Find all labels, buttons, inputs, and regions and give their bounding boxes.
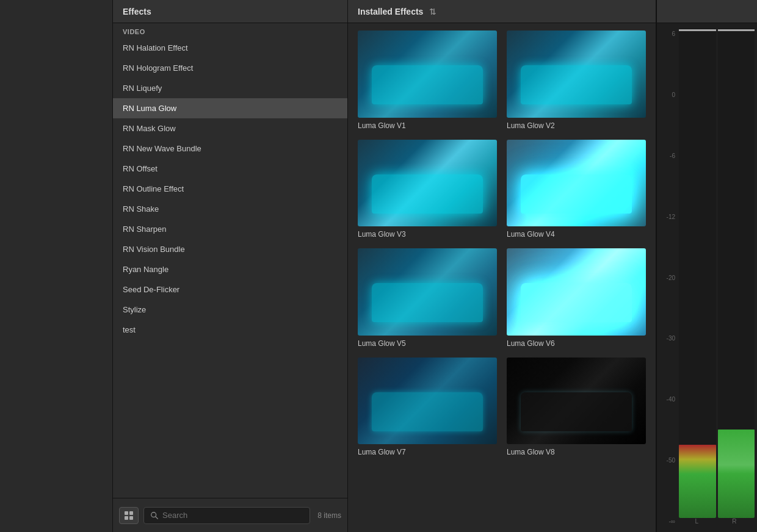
meter-labels: 60-6-12-20-30-40-50-∞ — [659, 28, 678, 527]
effect-card-v5[interactable]: Luma Glow V5 — [358, 248, 497, 348]
effect-card-v8[interactable]: Luma Glow V8 — [507, 358, 646, 457]
installed-panel: Installed Effects ⇅ Luma Glow V1Luma Glo… — [348, 0, 656, 532]
effect-card-v4[interactable]: Luma Glow V4 — [507, 140, 646, 239]
car-shape-v3 — [372, 174, 483, 214]
effects-item-seed-deflicker[interactable]: Seed De-Flicker — [113, 279, 347, 300]
effect-card-v3[interactable]: Luma Glow V3 — [358, 140, 497, 239]
car-shape-v6 — [521, 283, 632, 322]
installed-title: Installed Effects — [358, 7, 423, 16]
effects-item-luma-glow[interactable]: RN Luma Glow — [113, 98, 347, 118]
effect-label-v8: Luma Glow V8 — [507, 448, 646, 456]
sort-icon[interactable]: ⇅ — [428, 7, 438, 16]
effects-item-test[interactable]: test — [113, 320, 347, 340]
svg-line-1 — [156, 516, 158, 519]
effects-item-hologram[interactable]: RN Hologram Effect — [113, 58, 347, 78]
effect-label-v5: Luma Glow V5 — [358, 339, 497, 348]
meter-label-0: 0 — [659, 92, 678, 98]
effect-label-v3: Luma Glow V3 — [358, 230, 497, 239]
effects-header: Effects — [113, 0, 347, 23]
car-shape-v5 — [372, 283, 483, 322]
effect-card-v7[interactable]: Luma Glow V7 — [358, 358, 497, 457]
left-timeline-panel — [0, 0, 113, 532]
car-shape-v7 — [372, 392, 483, 431]
grid-icon — [125, 511, 133, 520]
meter-header — [657, 0, 757, 23]
effect-label-v1: Luma Glow V1 — [358, 121, 497, 130]
meter-label-neg20: -20 — [659, 275, 678, 281]
right-meter-panel: 60-6-12-20-30-40-50-∞ L R — [656, 0, 757, 532]
search-input[interactable] — [162, 511, 303, 520]
effects-item-vision[interactable]: RN Vision Bundle — [113, 239, 347, 259]
grid-view-button[interactable] — [119, 507, 139, 524]
effects-item-halation[interactable]: RN Halation Effect — [113, 38, 347, 58]
meter-label-6: 6 — [659, 31, 678, 37]
meter-fill-L — [679, 445, 716, 518]
effects-item-new-wave[interactable]: RN New Wave Bundle — [113, 138, 347, 159]
effect-label-v6: Luma Glow V6 — [507, 339, 646, 348]
effect-card-v2[interactable]: Luma Glow V2 — [507, 31, 646, 130]
effects-item-stylize[interactable]: Stylize — [113, 300, 347, 320]
effect-thumbnail-v1 — [358, 31, 497, 118]
car-shape-v1 — [372, 65, 483, 104]
meter-R-label: R — [717, 518, 753, 525]
effect-thumbnail-v7 — [358, 358, 497, 445]
effect-label-v2: Luma Glow V2 — [507, 121, 646, 130]
effects-item-outline[interactable]: RN Outline Effect — [113, 179, 347, 199]
effect-card-v1[interactable]: Luma Glow V1 — [358, 31, 497, 130]
peak-indicator-R — [718, 29, 755, 31]
meter-label-neg50: -50 — [659, 457, 678, 464]
car-shape-v4 — [521, 174, 632, 214]
search-icon — [150, 511, 159, 520]
car-shape-v2 — [521, 65, 632, 104]
effect-thumbnail-v5 — [358, 248, 497, 336]
meter-area: 60-6-12-20-30-40-50-∞ L R — [657, 23, 757, 532]
meter-label-neg6: -6 — [659, 153, 678, 159]
effect-label-v7: Luma Glow V7 — [358, 448, 497, 456]
meter-label-neginf: -∞ — [659, 518, 678, 525]
effects-list: VIDEO RN Halation EffectRN Hologram Effe… — [113, 23, 347, 498]
meter-label-neg40: -40 — [659, 396, 678, 403]
effect-card-v6[interactable]: Luma Glow V6 — [507, 248, 646, 348]
peak-indicator-L — [679, 29, 716, 31]
meter-label-neg30: -30 — [659, 335, 678, 342]
effects-item-mask-glow[interactable]: RN Mask Glow — [113, 118, 347, 138]
installed-grid: Luma Glow V1Luma Glow V2Luma Glow V3Luma… — [348, 23, 656, 532]
effect-label-v4: Luma Glow V4 — [507, 230, 646, 239]
effects-item-ryan-nangle[interactable]: Ryan Nangle — [113, 259, 347, 279]
effect-thumbnail-v4 — [507, 140, 646, 227]
effects-item-liquefy[interactable]: RN Liquefy — [113, 78, 347, 98]
meter-L-label: L — [679, 518, 715, 525]
meter-label-neg12: -12 — [659, 214, 678, 220]
meter-lr-labels: L R — [679, 518, 755, 527]
effects-item-sharpen[interactable]: RN Sharpen — [113, 219, 347, 239]
meter-fill-R — [718, 430, 755, 518]
effect-thumbnail-v3 — [358, 140, 497, 227]
effects-footer: 8 items — [113, 498, 347, 532]
effect-thumbnail-v8 — [507, 358, 646, 445]
effects-panel: Effects VIDEO RN Halation EffectRN Holog… — [113, 0, 348, 532]
search-box — [143, 507, 310, 524]
effects-title: Effects — [123, 7, 151, 16]
meter-bar-L — [679, 28, 716, 518]
effects-category-video: VIDEO — [113, 23, 347, 38]
effect-thumbnail-v6 — [507, 248, 646, 336]
effects-item-shake[interactable]: RN Shake — [113, 199, 347, 219]
meter-bars — [679, 28, 755, 518]
car-shape-v8 — [521, 392, 632, 431]
effects-item-offset[interactable]: RN Offset — [113, 159, 347, 179]
effect-thumbnail-v2 — [507, 31, 646, 118]
items-count: 8 items — [317, 511, 341, 520]
meter-bar-R — [718, 28, 755, 518]
installed-header: Installed Effects ⇅ — [348, 0, 656, 23]
